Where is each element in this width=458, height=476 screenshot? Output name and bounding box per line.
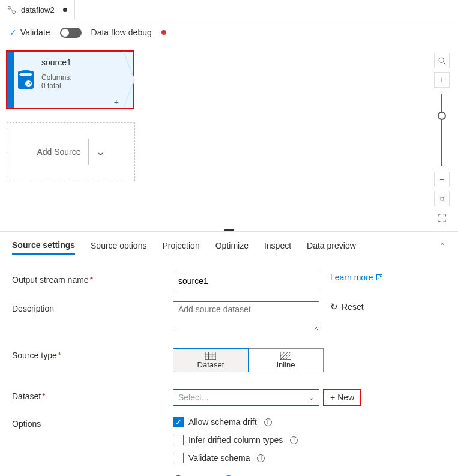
database-icon: ↗ (18, 71, 34, 89)
label-options: Options (12, 417, 173, 429)
plus-icon: + (330, 393, 335, 402)
zoom-handle[interactable] (438, 112, 446, 120)
search-button[interactable] (434, 53, 450, 68)
new-dataset-button[interactable]: + New (323, 389, 361, 406)
reset-button[interactable]: ↻ Reset (330, 301, 364, 312)
option-infer-types[interactable]: Infer drifted column types i (173, 435, 298, 445)
external-link-icon (376, 274, 383, 281)
fullscreen-button[interactable] (434, 210, 450, 226)
option-allow-drift[interactable]: ✓ Allow schema drift i (173, 417, 298, 427)
source-type-inline[interactable]: Inline (248, 348, 324, 372)
svg-point-2 (439, 58, 444, 62)
row-output-stream: Output stream name* Learn more (12, 273, 446, 289)
node-columns-label: Columns: (41, 73, 116, 82)
add-step-button[interactable]: + (114, 97, 119, 107)
svg-rect-7 (205, 352, 216, 360)
search-icon (438, 57, 446, 65)
label-dataset: Dataset* (12, 389, 173, 401)
svg-rect-5 (441, 197, 444, 200)
svg-line-3 (443, 62, 445, 64)
tab-label: dataflow2 (21, 5, 55, 14)
settings-panel: Source settings Source options Projectio… (0, 232, 458, 476)
svg-rect-4 (439, 196, 445, 202)
row-dataset: Dataset* Select... ⌄ + New (12, 389, 446, 406)
svg-point-0 (8, 6, 11, 9)
panel-tabs: Source settings Source options Projectio… (12, 232, 446, 261)
node-arrow-end (121, 52, 133, 108)
required-icon: * (42, 391, 45, 401)
tab-source-settings[interactable]: Source settings (12, 240, 75, 255)
source-node[interactable]: ↗ source1 Columns: 0 total + (6, 50, 134, 109)
tab-source-options[interactable]: Source options (91, 241, 146, 254)
chevron-down-icon[interactable]: ⌄ (96, 145, 105, 158)
unsaved-indicator-icon (63, 8, 67, 12)
label-source-type: Source type* (12, 348, 173, 360)
reset-icon: ↻ (330, 301, 338, 312)
fit-button[interactable] (434, 191, 450, 206)
validate-label: Validate (20, 28, 50, 37)
node-text: source1 Columns: 0 total (37, 52, 121, 108)
add-source-button[interactable]: Add Source ⌄ (7, 122, 135, 181)
node-columns-count: 0 total (41, 82, 116, 90)
node-icon-column: ↗ (15, 52, 37, 108)
grid-icon (205, 352, 216, 360)
row-source-type: Source type* Dataset Inline (12, 348, 446, 372)
output-stream-input[interactable] (173, 273, 319, 289)
info-icon[interactable]: i (290, 436, 298, 444)
svg-point-1 (13, 11, 16, 14)
tab-projection[interactable]: Projection (162, 241, 199, 254)
learn-more-link[interactable]: Learn more (330, 273, 383, 282)
chevron-down-icon: ⌄ (309, 394, 314, 402)
validate-button[interactable]: ✓ Validate (10, 28, 50, 37)
fullscreen-icon (438, 214, 446, 222)
canvas[interactable]: ↗ source1 Columns: 0 total + Add Source … (0, 44, 458, 232)
source-type-segmented: Dataset Inline (173, 348, 324, 372)
select-placeholder: Select... (178, 393, 209, 402)
minus-icon: − (439, 175, 444, 184)
zoom-in-button[interactable]: + (434, 72, 450, 88)
collapse-panel-button[interactable]: ⌃ (439, 241, 446, 251)
row-options: Options ✓ Allow schema drift i Infer dri… (12, 417, 446, 471)
fit-icon (438, 195, 446, 203)
add-source-label: Add Source (37, 147, 80, 157)
node-title: source1 (41, 58, 116, 67)
node-indicator-bar (7, 52, 14, 108)
file-tab-dataflow2[interactable]: dataflow2 (0, 0, 75, 20)
label-output-stream: Output stream name* (12, 273, 173, 285)
required-icon: * (58, 351, 61, 360)
tab-bar: dataflow2 (0, 0, 458, 20)
dataset-select[interactable]: Select... ⌄ (173, 389, 319, 406)
toolbar: ✓ Validate Data flow debug (0, 20, 458, 44)
checkmark-icon: ✓ (10, 28, 17, 37)
description-input[interactable] (173, 301, 319, 331)
option-validate-schema[interactable]: Validate schema i (173, 453, 298, 463)
row-description: Description ↻ Reset (12, 301, 446, 331)
required-icon: * (90, 275, 93, 285)
tab-inspect[interactable]: Inspect (264, 241, 291, 254)
tab-optimize[interactable]: Optimize (215, 241, 249, 254)
debug-status-icon (161, 30, 166, 35)
checkbox-validate-schema[interactable] (173, 453, 184, 463)
panel-resize-handle[interactable] (224, 229, 234, 231)
source-type-dataset[interactable]: Dataset (173, 348, 249, 372)
info-icon[interactable]: i (257, 454, 265, 462)
plus-icon: + (439, 75, 444, 85)
debug-toggle[interactable] (60, 28, 82, 38)
hatch-icon (280, 352, 291, 360)
zoom-slider[interactable] (441, 94, 442, 166)
debug-label: Data flow debug (91, 28, 152, 37)
checkbox-allow-drift[interactable]: ✓ (173, 417, 184, 427)
label-description: Description (12, 301, 173, 313)
divider (88, 139, 89, 165)
arrow-overlay-icon: ↗ (25, 80, 32, 87)
checkbox-infer-types[interactable] (173, 435, 184, 445)
zoom-out-button[interactable]: − (434, 172, 450, 187)
info-icon[interactable]: i (264, 418, 272, 426)
tab-data-preview[interactable]: Data preview (307, 241, 356, 254)
dataflow-icon (7, 5, 16, 14)
zoom-controls: + − (434, 53, 450, 226)
